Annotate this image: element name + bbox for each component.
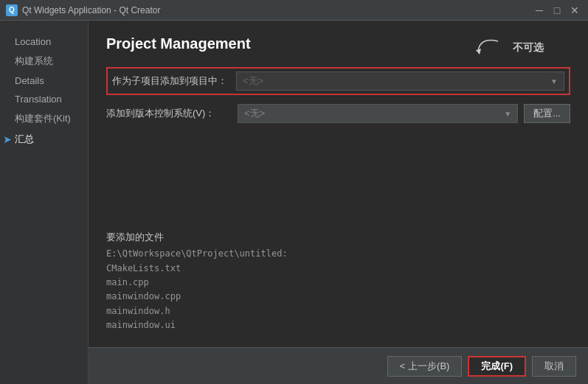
sidebar-item-kit[interactable]: 构建套件(Kit) [0,108,88,129]
annotation-text: 不可选 [513,41,544,55]
sidebar-item-label: Translation [15,94,62,105]
subproject-label: 作为子项目添加到项目中： [112,74,230,88]
maximize-button[interactable]: □ [550,3,564,18]
list-item: main.cpp [106,276,570,290]
active-arrow-icon: ➤ [3,133,12,145]
sidebar-item-build-system[interactable]: 构建系统 [0,51,88,71]
title-bar-controls: ─ □ ✕ [532,3,582,18]
subproject-row: 作为子项目添加到项目中： <无> ▼ [106,67,570,95]
vcs-dropdown-arrow-icon: ▼ [504,110,511,118]
list-item: CMakeLists.txt [106,262,570,276]
sidebar-item-label: Details [15,75,44,86]
sidebar-item-summary[interactable]: ➤ 汇总 [0,129,88,150]
files-section: 要添加的文件 E:\QtWorkspace\QtProject\untitled… [106,231,570,332]
sidebar-item-label: 构建系统 [15,55,53,66]
vcs-dropdown[interactable]: <无> ▼ [238,104,518,123]
sidebar-item-details[interactable]: Details [0,71,88,90]
minimize-button[interactable]: ─ [532,3,547,18]
sidebar: Location 构建系统 Details Translation 构建套件(K… [0,21,89,384]
app-icon: Q [6,4,18,16]
sidebar-item-label: 构建套件(Kit) [15,113,71,124]
files-path: E:\QtWorkspace\QtProject\untitled: [106,248,570,259]
sidebar-item-label: Location [15,36,51,47]
vcs-value: <无> [244,107,265,120]
finish-button[interactable]: 完成(F) [468,356,526,377]
list-item: mainwindow.h [106,304,570,318]
files-title: 要添加的文件 [106,231,570,244]
subproject-dropdown: <无> ▼ [236,71,564,91]
annotation: 不可选 [513,41,544,55]
bottom-bar: < 上一步(B) 完成(F) 取消 [89,347,588,384]
title-bar-left: Q Qt Widgets Application - Qt Creator [6,4,160,16]
dropdown-arrow-icon: ▼ [550,77,558,85]
cancel-button[interactable]: 取消 [532,356,576,377]
configure-button[interactable]: 配置... [524,104,570,123]
content-area: Project Management 不可选 作为子项目添加到项目中： <无> … [89,21,588,384]
files-list: CMakeLists.txt main.cpp mainwindow.cpp m… [106,262,570,332]
title-bar: Q Qt Widgets Application - Qt Creator ─ … [0,0,588,21]
sidebar-item-label: 汇总 [15,133,34,144]
sidebar-item-location[interactable]: Location [0,32,88,51]
back-button[interactable]: < 上一步(B) [387,356,463,377]
main-container: Location 构建系统 Details Translation 构建套件(K… [0,21,588,384]
title-bar-text: Qt Widgets Application - Qt Creator [22,5,160,15]
list-item: mainwindow.ui [106,318,570,332]
sidebar-item-translation[interactable]: Translation [0,90,88,108]
close-button[interactable]: ✕ [567,3,582,18]
list-item: mainwindow.cpp [106,290,570,304]
vcs-label: 添加到版本控制系统(V)： [106,107,232,120]
vcs-row: 添加到版本控制系统(V)： <无> ▼ 配置... [106,104,570,123]
svg-marker-0 [476,49,481,55]
subproject-value: <无> [243,74,263,88]
annotation-arrow-icon [472,35,502,57]
